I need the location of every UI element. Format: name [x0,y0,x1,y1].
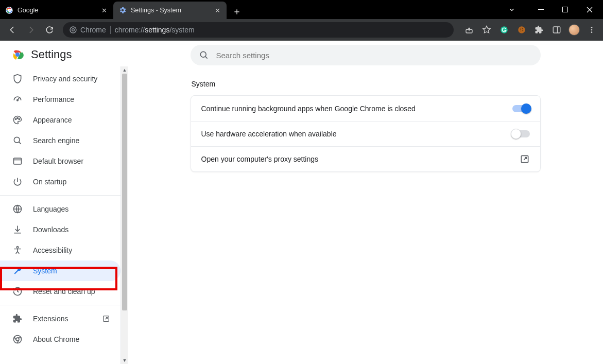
svg-point-5 [501,26,508,33]
svg-point-6 [518,26,525,33]
sidebar-scrollbar[interactable]: ▲ ▼ [120,66,128,364]
sidebar-nav: Privacy and security Performance Appeara… [0,66,128,364]
tab-title: Settings - System [131,7,213,14]
svg-point-3 [72,29,75,31]
sidebar-item-on-startup[interactable]: On startup [0,171,120,192]
browser-icon [12,156,23,166]
secure-label: Chrome [80,26,106,34]
nav-group: Privacy and security Performance Appeara… [0,68,128,195]
sidebar-item-label: Search engine [33,136,110,145]
sidebar-item-languages[interactable]: Languages [0,199,120,219]
bookmark-icon[interactable] [479,23,494,37]
address-bar[interactable]: Chrome chrome://settings/system [63,22,454,38]
sidebar-item-label: Downloads [33,226,110,234]
accessibility-icon [12,245,23,255]
sidebar-item-label: On startup [33,178,110,186]
download-icon [12,224,23,235]
svg-point-13 [591,29,593,31]
scroll-thumb[interactable] [122,74,127,310]
window-controls [500,0,603,19]
section-title: System [191,80,541,88]
svg-point-10 [521,30,522,31]
toggle-switch[interactable] [512,105,530,112]
settings-search[interactable] [191,45,541,65]
sidebar-item-system[interactable]: System [0,261,120,281]
close-icon[interactable]: ✕ [213,6,221,14]
svg-point-8 [522,28,523,29]
minimize-button[interactable] [529,2,553,18]
svg-point-7 [520,29,521,30]
svg-point-25 [16,247,18,248]
sidebar-item-search-engine[interactable]: Search engine [0,130,120,151]
svg-point-9 [522,30,523,31]
close-icon[interactable]: ✕ [100,6,108,14]
setting-label: Use hardware acceleration when available [201,130,337,138]
sidebar-item-reset[interactable]: Reset and clean up [0,281,120,302]
sidebar-item-about[interactable]: About Chrome [0,329,120,350]
svg-point-29 [200,51,206,57]
shield-icon [12,74,23,84]
back-button[interactable] [4,22,21,38]
sidebar-item-accessibility[interactable]: Accessibility [0,240,120,261]
sidebar-item-label: Performance [33,95,110,103]
setting-row-proxy[interactable]: Open your computer's proxy settings [191,146,540,171]
site-info-chip[interactable]: Chrome [69,26,106,34]
close-window-button[interactable] [578,2,601,18]
sidebar: Settings Privacy and security Performanc… [0,41,128,364]
page-title: Settings [31,48,72,61]
chrome-outline-icon [12,334,23,344]
palette-icon [12,115,23,125]
globe-icon [12,204,23,214]
wrench-icon [12,266,23,276]
setting-row-hardware-accel[interactable]: Use hardware acceleration when available [191,121,540,146]
tab-title: Google [18,7,100,14]
url-text: chrome://settings/system [115,26,195,34]
cookie-extension-icon[interactable] [514,23,529,37]
side-panel-icon[interactable] [549,23,564,37]
profile-avatar[interactable] [567,23,581,37]
nav-group: Extensions About Chrome [0,305,128,353]
svg-point-18 [17,99,19,101]
svg-point-19 [15,118,16,119]
tab-settings[interactable]: Settings - System ✕ [113,2,227,19]
new-tab-button[interactable] [230,5,244,19]
maximize-button[interactable] [554,2,577,18]
grammarly-extension-icon[interactable] [497,23,511,37]
puzzle-icon [12,314,23,324]
sidebar-item-privacy[interactable]: Privacy and security [0,68,120,89]
toggle-switch[interactable] [512,130,530,137]
svg-rect-11 [553,27,560,33]
sidebar-item-performance[interactable]: Performance [0,89,120,110]
svg-point-22 [14,137,20,143]
svg-rect-1 [563,7,568,12]
sidebar-item-default-browser[interactable]: Default browser [0,151,120,171]
settings-card: Continue running background apps when Go… [191,95,541,172]
tab-google[interactable]: Google ✕ [0,2,113,19]
scroll-down-icon[interactable]: ▼ [121,357,128,364]
setting-row-background-apps[interactable]: Continue running background apps when Go… [191,96,540,121]
extensions-icon[interactable] [532,23,546,37]
forward-button[interactable] [23,22,39,38]
reload-button[interactable] [41,22,58,38]
sidebar-item-label: Reset and clean up [33,287,110,296]
chrome-menu-button[interactable] [584,23,599,37]
sidebar-item-label: Accessibility [33,246,110,254]
search-input[interactable] [216,51,532,60]
sidebar-item-label: Default browser [33,157,110,165]
svg-point-20 [17,117,18,118]
sidebar-item-appearance[interactable]: Appearance [0,110,120,130]
share-icon[interactable] [462,23,476,37]
sidebar-item-label: About Chrome [33,335,110,343]
scroll-up-icon[interactable]: ▲ [121,66,128,74]
sidebar-item-label: Languages [33,205,110,213]
google-favicon [5,6,13,14]
power-icon [12,177,23,187]
sidebar-item-extensions[interactable]: Extensions [0,308,120,329]
sidebar-item-downloads[interactable]: Downloads [0,219,120,240]
svg-rect-23 [14,158,22,164]
main-panel: System Continue running background apps … [128,41,603,364]
toolbar-right [459,23,599,37]
svg-point-21 [19,118,20,119]
tab-search-button[interactable] [500,2,523,18]
restore-icon [12,286,23,297]
